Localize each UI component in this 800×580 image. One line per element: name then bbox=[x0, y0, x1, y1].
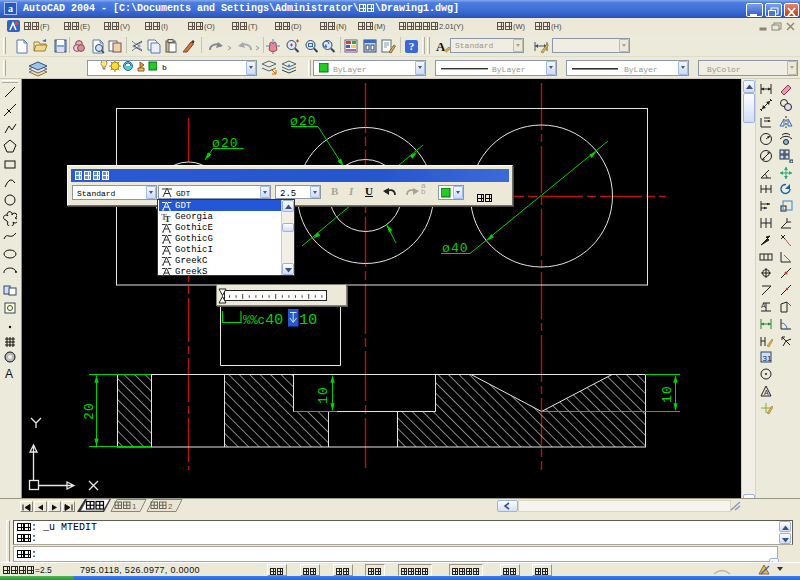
svg-text:A: A bbox=[5, 367, 13, 381]
svg-text:A: A bbox=[761, 302, 766, 309]
svg-text:%%c40: %%c40 bbox=[243, 311, 283, 329]
svg-text:31: 31 bbox=[762, 354, 771, 363]
svg-text:A: A bbox=[764, 389, 769, 396]
svg-text:ø20: ø20 bbox=[212, 136, 239, 151]
svg-text:A: A bbox=[436, 39, 446, 54]
svg-text:ø40: ø40 bbox=[442, 241, 469, 256]
svg-text:2: 2 bbox=[168, 502, 173, 511]
svg-text:10: 10 bbox=[660, 385, 675, 403]
svg-text:10: 10 bbox=[316, 386, 331, 404]
svg-text:ø20: ø20 bbox=[290, 114, 317, 129]
svg-text:?: ? bbox=[409, 40, 415, 52]
svg-text:20: 20 bbox=[82, 402, 97, 420]
svg-text:T: T bbox=[165, 213, 171, 222]
svg-text:1: 1 bbox=[132, 502, 137, 511]
svg-text:10: 10 bbox=[299, 311, 317, 329]
